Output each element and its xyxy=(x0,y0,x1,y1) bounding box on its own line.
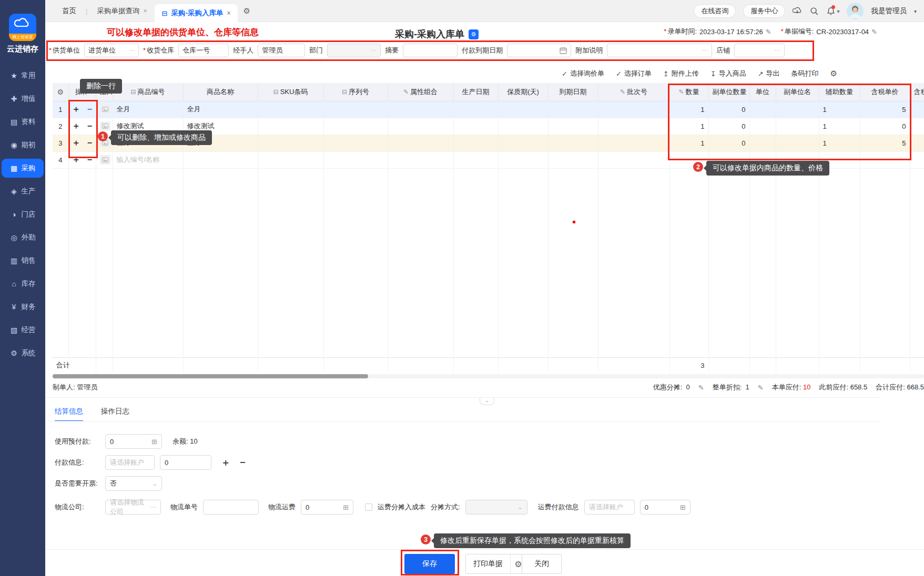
tab-purchase-query[interactable]: 采购单据查询 × xyxy=(90,0,155,22)
user-avatar[interactable] xyxy=(847,3,864,19)
col-prod-date[interactable]: 生产日期 xyxy=(453,83,498,101)
summary-input[interactable] xyxy=(403,44,458,57)
chevron-down-icon[interactable]: ▾ xyxy=(914,8,917,14)
col-expire-date[interactable]: 到期日期 xyxy=(548,83,598,101)
more-dots-icon[interactable]: ⋯ xyxy=(128,47,135,54)
notifications-button[interactable]: ▾ xyxy=(826,6,839,16)
freight-input[interactable]: 0⊞ xyxy=(301,500,353,515)
table-row[interactable]: 1 ＋− 全月 全月 1 0 1 5 xyxy=(53,101,924,118)
sidebar-item-inventory[interactable]: ⌂库存 xyxy=(2,274,44,293)
cell-sub-qty[interactable]: 0 xyxy=(708,118,749,135)
barcode-print-button[interactable]: 条码打印 xyxy=(791,69,819,78)
image-placeholder-icon[interactable] xyxy=(100,121,110,131)
edit-icon[interactable]: ✎ xyxy=(766,28,771,36)
col-attrs[interactable]: ✎属性组合 xyxy=(388,83,453,101)
share-method-select[interactable]: ⌄ xyxy=(465,500,527,515)
code-search-input[interactable]: 输入编号/名称 xyxy=(117,156,160,163)
collapse-panel-button[interactable]: ⌄ xyxy=(480,398,494,405)
dept-input[interactable]: ⋯ xyxy=(327,44,381,57)
delete-row-button[interactable]: − xyxy=(87,138,92,148)
import-goods-button[interactable]: ↧导入商品 xyxy=(710,69,746,78)
sidebar-item-production[interactable]: ◈生产 xyxy=(2,182,44,201)
delete-row-button[interactable]: − xyxy=(87,105,92,114)
col-qty[interactable]: ✎数量 xyxy=(669,83,708,101)
table-settings-gear-icon[interactable]: ⚙ xyxy=(830,69,837,78)
sidebar-item-opening[interactable]: ◉期初 xyxy=(2,136,44,155)
save-button[interactable]: 保存 xyxy=(404,554,455,574)
col-sku[interactable]: ⊟SKU条码 xyxy=(258,83,323,101)
warehouse-input[interactable]: 仓库一号 xyxy=(178,44,229,57)
search-icon[interactable] xyxy=(809,6,819,16)
service-center-button[interactable]: 服务中心 xyxy=(743,4,785,18)
payment-amount-input[interactable]: 0 xyxy=(160,455,211,470)
col-price[interactable]: 含税单价 xyxy=(860,83,910,101)
cell-qty[interactable]: 1 xyxy=(669,135,708,151)
add-row-button[interactable]: ＋ xyxy=(72,121,80,132)
select-order-button[interactable]: ✓选择订单 xyxy=(616,69,652,78)
cell-qty[interactable]: 1 xyxy=(669,118,708,135)
remove-payment-button[interactable]: − xyxy=(240,457,246,468)
cell-aux-qty[interactable]: 1 xyxy=(819,118,860,135)
col-aux-qty[interactable]: 辅助数量 xyxy=(819,83,860,101)
app-logo[interactable]: 网上管家婆 xyxy=(9,14,36,41)
cloud-download-icon[interactable] xyxy=(793,6,802,16)
cell-code[interactable]: 全月 xyxy=(113,101,183,118)
tab-purchase-inbound[interactable]: ⊟ 采购-采购入库单 × xyxy=(155,4,238,22)
cell-sub-qty[interactable]: 0 xyxy=(708,135,749,151)
sidebar-item-data[interactable]: ▤资料 xyxy=(2,112,44,131)
handler-input[interactable]: 管理员 xyxy=(258,44,305,57)
more-dots-icon[interactable]: ⋯ xyxy=(702,47,708,54)
sidebar-item-operation[interactable]: ▧经营 xyxy=(2,321,44,340)
col-sub-qty[interactable]: 副单位数量 xyxy=(708,83,749,101)
online-consult-button[interactable]: 在线咨询 xyxy=(694,4,736,18)
col-serial[interactable]: ⊟序列号 xyxy=(323,83,388,101)
sidebar-item-common[interactable]: ★常用 xyxy=(2,66,44,85)
tab-home[interactable]: 首页 xyxy=(55,6,84,16)
col-batch[interactable]: ✎批次号 xyxy=(598,83,669,101)
more-dots-icon[interactable]: ⋯ xyxy=(150,503,156,511)
delete-row-button[interactable]: − xyxy=(87,155,92,164)
cell-sub-qty[interactable]: 0 xyxy=(708,101,749,118)
close-icon[interactable]: × xyxy=(227,9,230,17)
add-row-button[interactable]: ＋ xyxy=(72,155,80,166)
col-code[interactable]: ⊟商品编号 xyxy=(113,83,183,101)
supplier-input[interactable]: 进货单位⋯ xyxy=(84,44,139,57)
cell-qty[interactable]: 1 xyxy=(669,101,708,118)
sidebar-item-fieldwork[interactable]: ◎外勤 xyxy=(2,228,44,247)
sidebar-item-system[interactable]: ⚙系统 xyxy=(2,344,44,363)
sidebar-item-purchase[interactable]: ▦采购 xyxy=(2,159,44,178)
freight-share-checkbox[interactable] xyxy=(365,503,372,511)
image-placeholder-icon[interactable] xyxy=(100,155,110,164)
add-row-button[interactable]: ＋ xyxy=(72,104,80,115)
edit-icon[interactable]: ✎ xyxy=(698,384,704,392)
due-date-input[interactable] xyxy=(507,44,571,57)
calculator-icon[interactable]: ⊞ xyxy=(680,503,686,511)
sidebar-item-value-added[interactable]: ✚增值 xyxy=(2,89,44,108)
title-settings-gear-icon[interactable]: ⚙ xyxy=(469,29,479,39)
sidebar-item-sales[interactable]: ▥销售 xyxy=(2,251,44,270)
cell-price[interactable]: 5 xyxy=(860,101,910,118)
col-name[interactable]: 商品名称 xyxy=(183,83,258,101)
delete-row-button[interactable]: − xyxy=(87,121,92,131)
invoice-select[interactable]: 否⌄ xyxy=(105,476,162,491)
tab-settings-gear-icon[interactable]: ⚙ xyxy=(243,6,250,16)
edit-icon[interactable]: ✎ xyxy=(758,384,764,392)
col-amount-clipped[interactable]: 含税金额 xyxy=(910,83,924,101)
scrollbar-thumb[interactable] xyxy=(53,374,368,378)
sidebar-item-finance[interactable]: ¥财务 xyxy=(2,297,44,316)
user-menu[interactable]: 我是管理员 xyxy=(871,6,907,16)
close-icon[interactable]: × xyxy=(144,7,147,15)
cell-aux-qty[interactable]: 1 xyxy=(819,101,860,118)
cell-price[interactable]: 0 xyxy=(860,118,910,135)
print-doc-button[interactable]: 打印单据 xyxy=(466,554,510,573)
export-button[interactable]: ↗导出 xyxy=(758,69,780,78)
close-button[interactable]: 关闭 xyxy=(522,554,562,574)
freight-pay-account-input[interactable]: 请选择账户 xyxy=(584,500,635,515)
column-settings-gear-icon[interactable]: ⚙ xyxy=(57,88,64,96)
tab-settlement-info[interactable]: 结算信息 xyxy=(55,407,83,421)
edit-icon[interactable]: ✎ xyxy=(871,28,877,36)
select-inquiry-button[interactable]: ✓选择询价单 xyxy=(562,69,604,78)
payment-account-input[interactable]: 请选择账户 xyxy=(105,455,155,470)
attachment-upload-button[interactable]: ↥附件上传 xyxy=(663,69,699,78)
calculator-icon[interactable]: ⊞ xyxy=(343,503,349,511)
